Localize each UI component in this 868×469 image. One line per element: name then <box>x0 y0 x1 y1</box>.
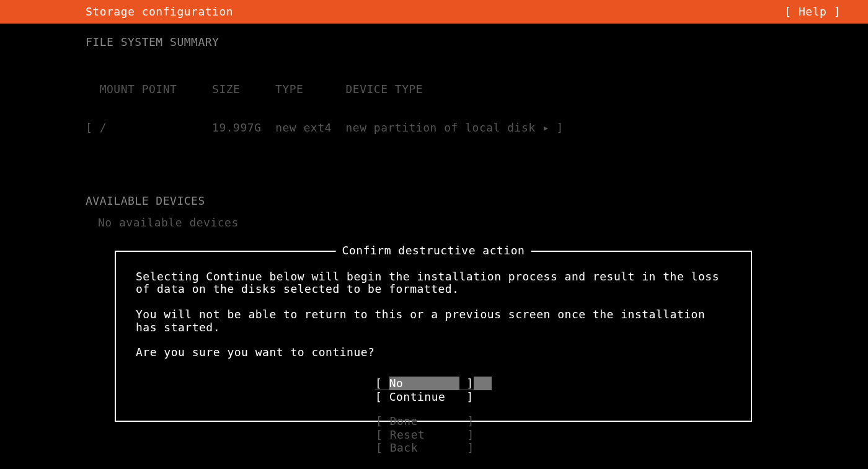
bracket-open-icon: [ <box>375 377 389 390</box>
available-devices-heading: AVAILABLE DEVICES <box>0 195 868 208</box>
row-close-bracket: ] <box>549 121 564 134</box>
bracket-open-icon: [ <box>376 414 390 427</box>
dialog-button-group: [ No ] [ Continue ] <box>136 377 731 403</box>
no-button[interactable]: [ No ] <box>375 377 492 390</box>
bracket-close-icon: ] <box>460 428 474 441</box>
row-open-bracket: [ <box>86 121 100 134</box>
fs-device-type: new partition of local disk <box>346 121 542 134</box>
title-bar: Storage configuration [ Help ] <box>0 0 868 24</box>
reset-button-label: Reset <box>390 428 460 441</box>
continue-button-label: Continue <box>389 390 459 403</box>
back-button[interactable]: [ Back ] <box>376 441 492 455</box>
done-button[interactable]: [ Done ] <box>376 414 492 428</box>
fs-mount-point: / <box>100 121 212 134</box>
bracket-close-icon: ] <box>459 377 474 390</box>
fs-summary-table: MOUNT POINT SIZE TYPE DEVICE TYPE [ / 19… <box>0 58 868 161</box>
reset-button[interactable]: [ Reset ] <box>376 428 492 442</box>
footer-button-group: [ Done ] [ Reset ] [ Back ] <box>0 414 868 455</box>
chevron-right-icon: ▸ <box>542 121 549 134</box>
dialog-paragraph-3: Are you sure you want to continue? <box>136 346 731 359</box>
bracket-close-icon: ] <box>459 390 474 403</box>
dialog-title: Confirm destructive action <box>336 244 531 257</box>
bracket-open-icon: [ <box>375 390 389 403</box>
bracket-open-icon: [ <box>376 441 390 454</box>
bracket-close-icon: ] <box>460 441 474 454</box>
bracket-open-icon: [ <box>376 428 390 441</box>
confirm-dialog: Confirm destructive action Selecting Con… <box>115 251 752 422</box>
fs-row[interactable]: [ / 19.997G new ext4 new partition of lo… <box>86 122 868 135</box>
bracket-close-icon: ] <box>460 414 474 427</box>
confirm-dialog-wrapper: Confirm destructive action Selecting Con… <box>115 251 752 422</box>
help-button[interactable]: [ Help ] <box>784 6 863 19</box>
fs-summary-heading: FILE SYSTEM SUMMARY <box>0 36 868 49</box>
continue-button[interactable]: [ Continue ] <box>375 390 492 404</box>
fs-columns-row: MOUNT POINT SIZE TYPE DEVICE TYPE <box>86 83 868 96</box>
no-button-label: No <box>389 377 459 390</box>
dialog-paragraph-2: You will not be able to return to this o… <box>136 308 731 334</box>
done-button-label: Done <box>390 414 460 427</box>
no-available-devices: No available devices <box>0 217 868 230</box>
page-title: Storage configuration <box>0 6 233 19</box>
page-body: FILE SYSTEM SUMMARY MOUNT POINT SIZE TYP… <box>0 24 868 422</box>
back-button-label: Back <box>390 441 460 454</box>
fs-size: 19.997G <box>212 121 275 134</box>
dialog-paragraph-1: Selecting Continue below will begin the … <box>136 270 731 296</box>
fs-type: new ext4 <box>275 121 345 134</box>
